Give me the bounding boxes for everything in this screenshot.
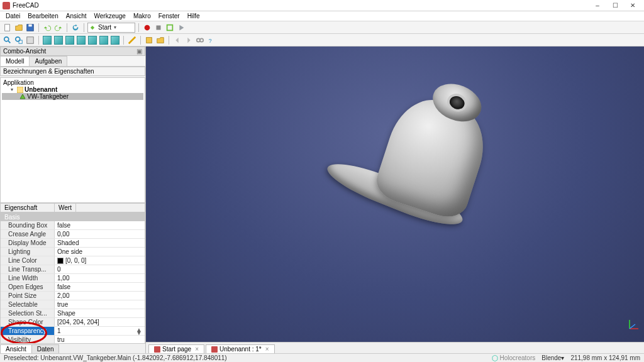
property-row[interactable]: Line Width1,00 [1, 274, 145, 283]
view-top-icon[interactable] [65, 35, 75, 45]
nav-style-selector[interactable]: Blende▾ [541, 354, 564, 361]
view-bottom-icon[interactable] [99, 35, 109, 45]
task-group-header[interactable]: Bezeichnungen & Eigenschaften [0, 67, 145, 76]
property-row[interactable]: Selectabletrue [1, 300, 145, 309]
svg-rect-10 [147, 37, 152, 43]
panel-close-icon[interactable]: ▣ [136, 48, 142, 55]
tab-close-icon[interactable]: × [195, 346, 199, 353]
property-row[interactable]: LightingOne side [1, 248, 145, 256]
draw-style-icon[interactable] [25, 35, 35, 45]
open-icon[interactable] [14, 23, 24, 33]
tab-view[interactable]: Ansicht [0, 344, 32, 353]
whatsthis-icon[interactable]: ? [206, 35, 216, 45]
property-row[interactable]: Open Edgesfalse [1, 283, 145, 292]
watermark: Holocreators [492, 354, 536, 361]
axis-cross-icon[interactable] [628, 318, 640, 331]
property-value[interactable]: false [55, 221, 145, 229]
property-key: Selectable [1, 300, 55, 309]
property-value[interactable]: [204, 204, 204] [55, 318, 145, 326]
property-row[interactable]: Crease Angle0,00 [1, 230, 145, 239]
tab-close-icon[interactable]: × [265, 346, 269, 353]
refresh-icon[interactable] [70, 23, 80, 33]
view-rear-icon[interactable] [87, 35, 97, 45]
property-value[interactable]: 1,00 [55, 274, 145, 282]
fit-all-icon[interactable] [3, 35, 13, 45]
tab-model[interactable]: Modell [0, 56, 30, 66]
property-value[interactable]: tru [55, 336, 145, 344]
menu-item[interactable]: Ansicht [63, 12, 90, 20]
link-icon[interactable] [195, 35, 205, 45]
property-row[interactable]: Transparency1▲▼ [1, 327, 145, 336]
property-row[interactable]: Visibilitytru [1, 336, 145, 344]
doc-tab-startpage[interactable]: Start page × [148, 344, 204, 353]
app-icon [3, 2, 10, 9]
property-row[interactable]: Line Color[0, 0, 0] [1, 256, 145, 265]
spin-buttons[interactable]: ▲▼ [136, 328, 142, 334]
undo-icon[interactable] [42, 23, 52, 33]
property-value[interactable]: 2,00 [55, 292, 145, 300]
property-tabs: Ansicht Daten [0, 344, 145, 353]
view-iso-icon[interactable] [42, 35, 52, 45]
property-row[interactable]: Selection St...Shape [1, 309, 145, 318]
menu-item[interactable]: Bearbeiten [25, 12, 61, 20]
property-value[interactable]: 0 [55, 265, 145, 273]
property-row[interactable]: Point Size2,00 [1, 292, 145, 300]
menu-item[interactable]: Werkzeuge [91, 12, 129, 20]
model-tree[interactable]: Applikation ▾ Unbenannt VW-Tankgeber [0, 77, 145, 203]
property-grid[interactable]: Basis Bounding BoxfalseCrease Angle0,00D… [0, 212, 145, 344]
macro-record-icon[interactable] [142, 23, 152, 33]
menu-item[interactable]: Hilfe [184, 12, 203, 20]
3d-viewport[interactable] [146, 47, 644, 342]
property-value[interactable]: true [55, 300, 145, 309]
property-value[interactable]: Shape [55, 309, 145, 317]
property-value[interactable]: Shaded [55, 239, 145, 247]
property-row[interactable]: Bounding Boxfalse [1, 221, 145, 230]
panel-title[interactable]: Combo-Ansicht ▣ [0, 47, 145, 56]
svg-rect-5 [167, 25, 173, 30]
view-front-icon[interactable] [53, 35, 64, 45]
close-button[interactable]: ✕ [624, 1, 641, 11]
workbench-selector[interactable]: Start ▾ [87, 23, 135, 33]
save-icon[interactable] [25, 23, 35, 33]
macro-stop-icon[interactable] [153, 23, 164, 33]
measure-icon[interactable] [127, 35, 137, 45]
3d-model[interactable] [323, 155, 467, 234]
menu-item[interactable]: Fenster [155, 12, 183, 20]
property-value[interactable]: 0,00 [55, 230, 145, 238]
fit-selection-icon[interactable] [14, 35, 24, 45]
macro-play-icon[interactable] [176, 23, 186, 33]
new-icon[interactable] [3, 23, 13, 33]
nav-fwd-icon[interactable] [184, 35, 194, 45]
expand-icon[interactable]: ▾ [11, 87, 16, 92]
view-left-icon[interactable] [110, 35, 120, 45]
doc-tab-document[interactable]: Unbenannt : 1* × [206, 344, 275, 353]
maximize-button[interactable]: ☐ [606, 1, 624, 11]
macro-list-icon[interactable] [165, 23, 175, 33]
minimize-button[interactable]: – [589, 1, 606, 11]
property-row[interactable]: Line Transp...0 [1, 265, 145, 274]
view-right-icon[interactable] [76, 35, 86, 45]
property-key: Line Width [1, 274, 55, 282]
tab-data[interactable]: Daten [31, 344, 60, 353]
property-value[interactable]: [0, 0, 0] [55, 256, 145, 265]
property-row[interactable]: Display ModeShaded [1, 239, 145, 248]
col-value[interactable]: Wert [55, 204, 76, 212]
svg-rect-9 [27, 36, 34, 43]
property-key: Visibility [1, 336, 55, 344]
group-icon[interactable] [155, 35, 165, 45]
property-section: Basis [1, 213, 145, 221]
property-value[interactable]: false [55, 283, 145, 291]
tree-object[interactable]: VW-Tankgeber [2, 93, 143, 100]
part-icon[interactable] [144, 35, 154, 45]
menu-item[interactable]: Makro [130, 12, 154, 20]
nav-back-icon[interactable] [172, 35, 182, 45]
redo-icon[interactable] [53, 23, 64, 33]
property-row[interactable]: Shape Color[204, 204, 204] [1, 318, 145, 327]
property-key: Open Edges [1, 283, 55, 291]
menu-item[interactable]: Datei [3, 12, 23, 20]
property-value[interactable]: 1▲▼ [55, 327, 145, 335]
col-property[interactable]: Eigenschaft [1, 204, 55, 212]
tab-tasks[interactable]: Aufgaben [29, 56, 67, 66]
tree-document[interactable]: ▾ Unbenannt [2, 86, 143, 93]
property-value[interactable]: One side [55, 248, 145, 256]
